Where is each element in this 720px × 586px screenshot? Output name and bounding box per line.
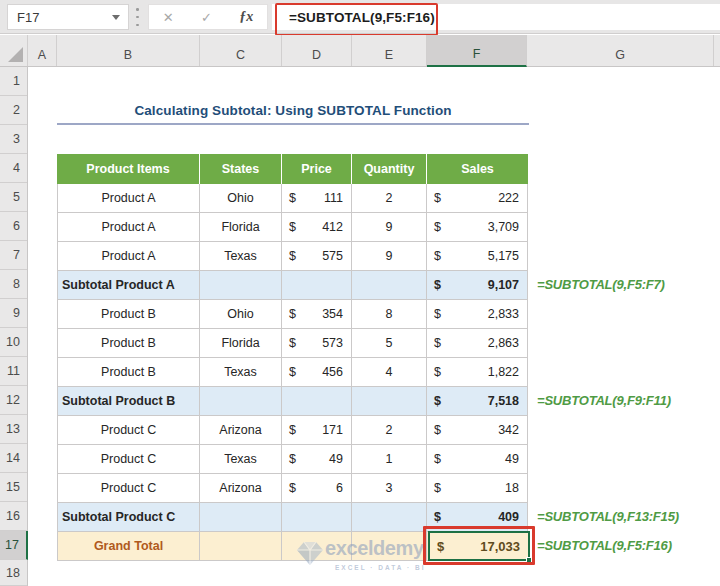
row-header-3[interactable]: 3 [0, 125, 27, 154]
cell-price[interactable]: $575 [282, 242, 352, 271]
cell-empty[interactable] [200, 271, 282, 300]
cell-sales[interactable]: $5,175 [427, 242, 528, 271]
cell-empty[interactable] [352, 271, 427, 300]
cell-empty[interactable] [200, 387, 282, 416]
column-header-A[interactable]: A [28, 35, 57, 66]
cell-empty[interactable] [352, 503, 427, 532]
cell-empty[interactable] [282, 532, 352, 561]
cell-state[interactable]: Ohio [200, 184, 282, 213]
cell-empty[interactable] [200, 532, 282, 561]
table-header-quantity[interactable]: Quantity [352, 154, 427, 184]
name-box-dropdown-icon[interactable] [112, 15, 120, 20]
cell-quantity[interactable]: 8 [352, 300, 427, 329]
column-header-C[interactable]: C [200, 35, 282, 66]
cell-product[interactable]: Product C [57, 416, 200, 445]
cell-product[interactable]: Product A [57, 242, 200, 271]
cell-sales[interactable]: $2,833 [427, 300, 528, 329]
cell-label[interactable]: Subtotal Product B [57, 387, 200, 416]
cell-price[interactable]: $573 [282, 329, 352, 358]
cell-price[interactable]: $49 [282, 445, 352, 474]
table-header-product-items[interactable]: Product Items [57, 154, 200, 184]
cell-quantity[interactable]: 5 [352, 329, 427, 358]
cell-empty[interactable] [282, 387, 352, 416]
row-header-10[interactable]: 10 [0, 328, 27, 357]
cell-product[interactable]: Product B [57, 358, 200, 387]
row-header-17[interactable]: 17 [0, 531, 28, 560]
enter-icon[interactable]: ✓ [201, 10, 212, 25]
cell-quantity[interactable]: 4 [352, 358, 427, 387]
row-header-6[interactable]: 6 [0, 212, 27, 241]
cell-price[interactable]: $111 [282, 184, 352, 213]
row-header-2[interactable]: 2 [0, 96, 27, 125]
row-header-5[interactable]: 5 [0, 183, 27, 212]
column-header-D[interactable]: D [282, 35, 352, 66]
cell-price[interactable]: $354 [282, 300, 352, 329]
table-header-price[interactable]: Price [282, 154, 352, 184]
cell-price[interactable]: $412 [282, 213, 352, 242]
row-header-12[interactable]: 12 [0, 386, 27, 415]
cell-state[interactable]: Texas [200, 358, 282, 387]
cell-price[interactable]: $171 [282, 416, 352, 445]
cell-state[interactable]: Ohio [200, 300, 282, 329]
cell-product[interactable]: Product C [57, 445, 200, 474]
cell-empty[interactable] [200, 503, 282, 532]
cell-product[interactable]: Product B [57, 300, 200, 329]
table-header-states[interactable]: States [200, 154, 282, 184]
row-header-7[interactable]: 7 [0, 241, 27, 270]
row-header-14[interactable]: 14 [0, 444, 27, 473]
cell-quantity[interactable]: 2 [352, 184, 427, 213]
cell-sales[interactable]: $9,107 [427, 271, 528, 300]
cell-label[interactable]: Subtotal Product A [57, 271, 200, 300]
cell-state[interactable]: Florida [200, 329, 282, 358]
select-all-button[interactable] [0, 35, 28, 66]
cell-sales[interactable]: $342 [427, 416, 528, 445]
cell-product[interactable]: Product B [57, 329, 200, 358]
cell-label[interactable]: Subtotal Product C [57, 503, 200, 532]
name-box[interactable]: F17 [7, 4, 129, 30]
row-header-11[interactable]: 11 [0, 357, 27, 386]
column-header-B[interactable]: B [57, 35, 200, 66]
column-header-G[interactable]: G [527, 35, 714, 66]
cell-sales[interactable]: $18 [427, 474, 528, 503]
cell-state[interactable]: Florida [200, 213, 282, 242]
row-header-13[interactable]: 13 [0, 415, 27, 444]
row-header-8[interactable]: 8 [0, 270, 27, 299]
excel-window: F17 ✕ ✓ ƒx =SUBTOTAL(9,F5:F16) ABCDEFG 1… [0, 0, 720, 586]
cell-sales[interactable]: $2,863 [427, 329, 528, 358]
table-header-sales[interactable]: Sales [427, 154, 528, 184]
cell-quantity[interactable]: 3 [352, 474, 427, 503]
column-header-F[interactable]: F [427, 35, 527, 67]
row-header-9[interactable]: 9 [0, 299, 27, 328]
row-header-1[interactable]: 1 [0, 67, 27, 96]
cell-product[interactable]: Product A [57, 184, 200, 213]
cell-quantity[interactable]: 9 [352, 242, 427, 271]
row-header-18[interactable]: 18 [0, 560, 27, 586]
cell-sales[interactable]: $222 [427, 184, 528, 213]
cell-empty[interactable] [282, 503, 352, 532]
cell-empty[interactable] [282, 271, 352, 300]
cell-sales[interactable]: $1,822 [427, 358, 528, 387]
row-header-16[interactable]: 16 [0, 502, 27, 531]
insert-function-icon[interactable]: ƒx [239, 9, 253, 25]
cell-state[interactable]: Texas [200, 242, 282, 271]
cell-product[interactable]: Product C [57, 474, 200, 503]
cancel-icon[interactable]: ✕ [163, 10, 174, 25]
cell-product[interactable]: Product A [57, 213, 200, 242]
cell-price[interactable]: $6 [282, 474, 352, 503]
cell-sales[interactable]: $3,709 [427, 213, 528, 242]
cell-quantity[interactable]: 2 [352, 416, 427, 445]
cell-empty[interactable] [352, 532, 427, 561]
cell-price[interactable]: $456 [282, 358, 352, 387]
cell-sales[interactable]: $49 [427, 445, 528, 474]
cell-label[interactable]: Grand Total [57, 532, 200, 561]
row-header-4[interactable]: 4 [0, 154, 27, 183]
cell-state[interactable]: Arizona [200, 416, 282, 445]
row-header-15[interactable]: 15 [0, 473, 27, 502]
column-header-E[interactable]: E [352, 35, 427, 66]
cell-state[interactable]: Arizona [200, 474, 282, 503]
cell-quantity[interactable]: 1 [352, 445, 427, 474]
cell-state[interactable]: Texas [200, 445, 282, 474]
cell-quantity[interactable]: 9 [352, 213, 427, 242]
cell-empty[interactable] [352, 387, 427, 416]
cell-sales[interactable]: $7,518 [427, 387, 528, 416]
